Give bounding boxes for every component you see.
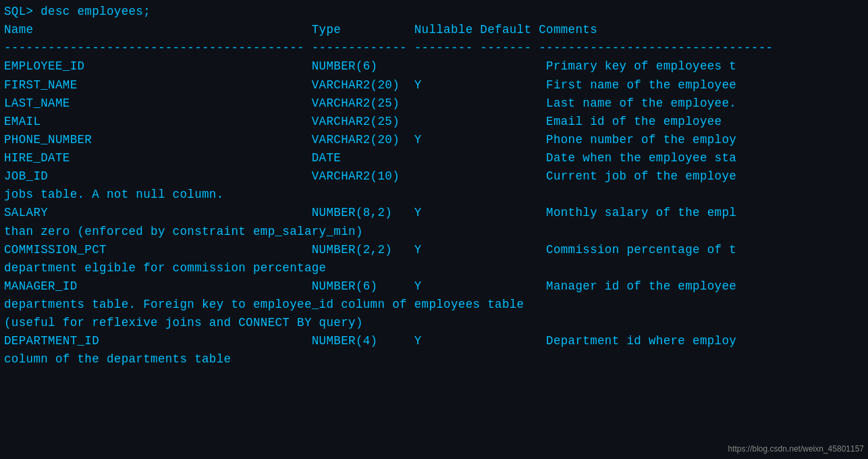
terminal-line: departments table. Foreign key to employ…: [4, 296, 864, 314]
terminal-line: MANAGER_ID NUMBER(6) Y Manager id of the…: [4, 277, 864, 296]
terminal-line: LAST_NAME VARCHAR2(25) Last name of the …: [4, 94, 864, 113]
terminal-line: COMMISSION_PCT NUMBER(2,2) Y Commission …: [4, 241, 864, 259]
terminal-line: department elgible for commission percen…: [4, 259, 864, 277]
terminal-line: SQL> desc employees;: [4, 3, 864, 21]
terminal-line: jobs table. A not null column.: [4, 186, 864, 204]
terminal-line: HIRE_DATE DATE Date when the employee st…: [4, 149, 864, 167]
terminal-line: SALARY NUMBER(8,2) Y Monthly salary of t…: [4, 204, 864, 222]
terminal-line: EMAIL VARCHAR2(25) Email id of the emplo…: [4, 113, 864, 131]
terminal-line: Name Type Nullable Default Comments: [4, 21, 864, 39]
terminal-line: PHONE_NUMBER VARCHAR2(20) Y Phone number…: [4, 131, 864, 149]
terminal-line: (useful for reflexive joins and CONNECT …: [4, 314, 864, 332]
terminal-line: DEPARTMENT_ID NUMBER(4) Y Department id …: [4, 332, 864, 350]
terminal-line: JOB_ID VARCHAR2(10) Current job of the e…: [4, 167, 864, 186]
terminal-line: ----------------------------------------…: [4, 39, 864, 57]
terminal-line: than zero (enforced by constraint emp_sa…: [4, 223, 864, 241]
terminal-line: column of the departments table: [4, 350, 864, 369]
terminal-line: FIRST_NAME VARCHAR2(20) Y First name of …: [4, 76, 864, 94]
watermark: https://blog.csdn.net/weixn_45801157: [728, 444, 864, 454]
terminal-line: EMPLOYEE_ID NUMBER(6) Primary key of emp…: [4, 57, 864, 76]
terminal-window: SQL> desc employees;Name Type Nullable D…: [0, 0, 868, 459]
